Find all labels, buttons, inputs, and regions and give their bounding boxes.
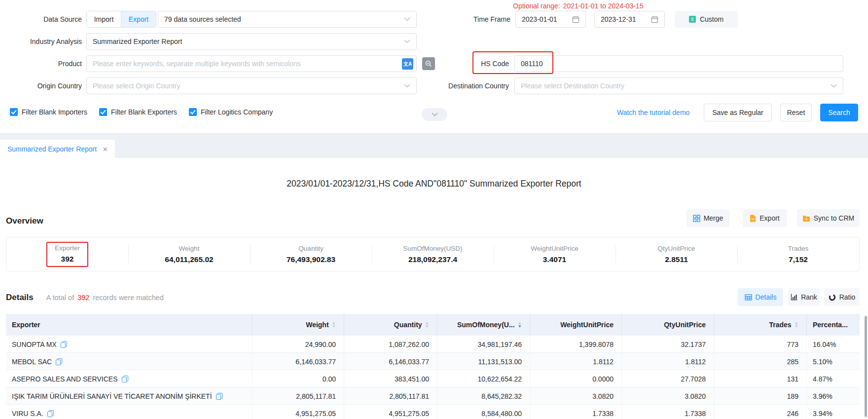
sort-icons[interactable]: ▲▼ xyxy=(425,321,429,328)
table-scrollbar[interactable] xyxy=(865,316,867,417)
sort-icons[interactable]: ▲▼ xyxy=(795,321,798,328)
product-input[interactable]: Please enter keywords, separate multiple… xyxy=(86,55,417,72)
exporter-name[interactable]: VIRU S.A. xyxy=(12,410,43,418)
percentage-cell: 16.04% xyxy=(807,336,860,353)
sort-icons-active-desc[interactable]: ▲▼ xyxy=(518,321,522,328)
column-label: Percenta... xyxy=(813,321,848,329)
view-rank-label: Rank xyxy=(801,293,817,301)
exporter-cell[interactable]: ASEPRO SALES AND SERVICES xyxy=(6,370,253,387)
quantity-cell: 4,951,275.05 xyxy=(344,405,437,419)
trades-cell: 773 xyxy=(714,336,807,353)
percentage-cell: 3.94% xyxy=(807,405,860,419)
industry-analysis-select[interactable]: Summarized Exporter Report xyxy=(86,33,417,50)
save-as-regular-button[interactable]: Save as Regular xyxy=(704,104,772,121)
details-summary-suffix: records were matched xyxy=(93,294,163,302)
exporter-name[interactable]: SUNOPTA MX xyxy=(12,341,57,348)
export-button[interactable]: Export xyxy=(743,209,787,227)
data-source-toggle: Import Export xyxy=(86,11,156,28)
view-ratio-button[interactable]: Ratio xyxy=(824,288,860,306)
table-view-icon xyxy=(745,294,752,301)
expand-filters-button[interactable] xyxy=(422,108,447,121)
percentage-cell: 4.87% xyxy=(807,370,860,387)
quantity-cell: 1,087,262.00 xyxy=(344,336,437,353)
stat-value: 64,011,265.02 xyxy=(165,255,213,264)
column-header-exporter[interactable]: Exporter xyxy=(6,314,253,336)
screening-icon-button[interactable] xyxy=(422,57,435,70)
column-label: Weight xyxy=(306,321,328,329)
optional-range-note: Optional range:2021-01-01 to 2024-03-15 xyxy=(513,2,643,10)
export-toggle-button[interactable]: Export xyxy=(121,11,156,27)
column-header-trades[interactable]: Trades ▲▼ xyxy=(714,314,807,336)
trades-cell: 246 xyxy=(714,405,807,419)
data-sources-select[interactable]: 79 data sources selected xyxy=(158,11,417,28)
exporter-name[interactable]: ASEPRO SALES AND SERVICES xyxy=(12,375,118,383)
end-date-input[interactable]: 2023-12-31 xyxy=(594,11,665,28)
overview-stats-card: Exporter 392 Weight 64,011,265.02 Quanti… xyxy=(6,237,860,271)
weight-unit-price-cell: 1.7338 xyxy=(530,405,622,419)
column-header-percentage[interactable]: Percenta... xyxy=(807,314,860,336)
stat-label: QtyUnitPrice xyxy=(658,245,695,252)
column-header-quantity[interactable]: Quantity ▲▼ xyxy=(344,314,437,336)
search-button[interactable]: Search xyxy=(820,104,858,121)
copy-icon[interactable] xyxy=(61,341,67,348)
close-icon[interactable]: × xyxy=(103,145,108,153)
stat-label: SumOfMoney(USD) xyxy=(403,245,462,252)
checkbox-filter-blank-importers[interactable]: Filter Blank Importers xyxy=(10,108,87,116)
column-header-sum-of-money[interactable]: SumOfMoney(U... ▲▼ xyxy=(437,314,530,336)
exporter-name[interactable]: MEBOL SAC xyxy=(12,358,52,366)
tab-bar: Summarized Exporter Report × xyxy=(0,133,868,158)
checkbox-label: Filter Blank Exporters xyxy=(111,108,177,116)
details-summary-prefix: A total of xyxy=(46,294,74,302)
custom-range-button[interactable]: Custom xyxy=(675,11,738,28)
checkbox-checked-icon[interactable] xyxy=(99,108,107,116)
qty-unit-price-cell: 27.7028 xyxy=(622,370,714,387)
weight-unit-price-cell: 1,399.8078 xyxy=(530,336,622,353)
copy-icon[interactable] xyxy=(47,410,54,417)
sync-to-crm-button[interactable]: Sync to CRM xyxy=(797,209,860,227)
column-label: WeightUnitPrice xyxy=(560,321,614,329)
copy-icon[interactable] xyxy=(56,358,62,365)
tutorial-demo-link[interactable]: Watch the tutorial demo xyxy=(617,104,689,121)
checkbox-checked-icon[interactable] xyxy=(189,108,197,116)
checkbox-filter-logitics-company[interactable]: Filter Logitics Company xyxy=(189,108,273,116)
column-header-weight-unit-price[interactable]: WeightUnitPrice xyxy=(530,314,622,336)
hs-code-input[interactable]: 081110 xyxy=(514,55,843,72)
copy-icon[interactable] xyxy=(122,376,128,382)
import-toggle-button[interactable]: Import xyxy=(87,11,121,27)
merge-button[interactable]: Merge xyxy=(687,209,729,227)
stat-qty-unit-price: QtyUnitPrice 2.8511 xyxy=(615,237,737,271)
checkbox-checked-icon[interactable] xyxy=(10,108,18,116)
details-header: Details A total of 392 records were matc… xyxy=(6,288,164,307)
origin-country-placeholder: Please select Origin Country xyxy=(87,82,180,90)
view-details-button[interactable]: Details xyxy=(738,288,783,306)
destination-country-label: Destination Country xyxy=(434,77,509,94)
copy-icon[interactable] xyxy=(216,393,222,400)
translate-icon[interactable]: 文A xyxy=(402,58,413,70)
weight-cell: 24,990.00 xyxy=(253,336,344,353)
stat-value: 76,493,902.83 xyxy=(287,255,335,264)
sum-cell: 8,584,480.00 xyxy=(437,405,530,419)
view-rank-button[interactable]: Rank xyxy=(788,288,820,306)
sum-cell: 10,622,654.22 xyxy=(437,370,530,387)
origin-country-select[interactable]: Please select Origin Country xyxy=(86,77,417,94)
exporter-cell[interactable]: VIRU S.A. xyxy=(6,405,253,419)
exporter-name[interactable]: IŞIK TARIM ÜRÜNLERİ SANAYİ VE TİCARET AN… xyxy=(12,392,212,400)
stat-value: 218,092,237.4 xyxy=(408,255,457,264)
checkbox-filter-blank-exporters[interactable]: Filter Blank Exporters xyxy=(99,108,177,116)
destination-country-select[interactable]: Please select Destination Country xyxy=(514,77,843,94)
qty-unit-price-cell: 1.7338 xyxy=(622,405,714,419)
column-header-qty-unit-price[interactable]: QtyUnitPrice xyxy=(622,314,714,336)
column-header-weight[interactable]: Weight ▲▼ xyxy=(253,314,344,336)
sort-icons[interactable]: ▲▼ xyxy=(332,321,336,328)
table-row: ASEPRO SALES AND SERVICES 0.00 383,451.0… xyxy=(6,370,860,387)
reset-button[interactable]: Reset xyxy=(780,104,812,121)
exporter-cell[interactable]: SUNOPTA MX xyxy=(6,336,253,353)
exporter-cell[interactable]: IŞIK TARIM ÜRÜNLERİ SANAYİ VE TİCARET AN… xyxy=(6,387,253,405)
exporter-cell[interactable]: MEBOL SAC xyxy=(6,353,253,370)
stat-value: 7,152 xyxy=(789,255,808,264)
trades-cell: 131 xyxy=(714,370,807,387)
chevron-down-icon xyxy=(831,84,837,88)
start-date-input[interactable]: 2023-01-01 xyxy=(515,11,586,28)
app-root: Optional range:2021-01-01 to 2024-03-15 … xyxy=(0,0,868,419)
tab-summarized-exporter-report[interactable]: Summarized Exporter Report × xyxy=(0,140,115,158)
